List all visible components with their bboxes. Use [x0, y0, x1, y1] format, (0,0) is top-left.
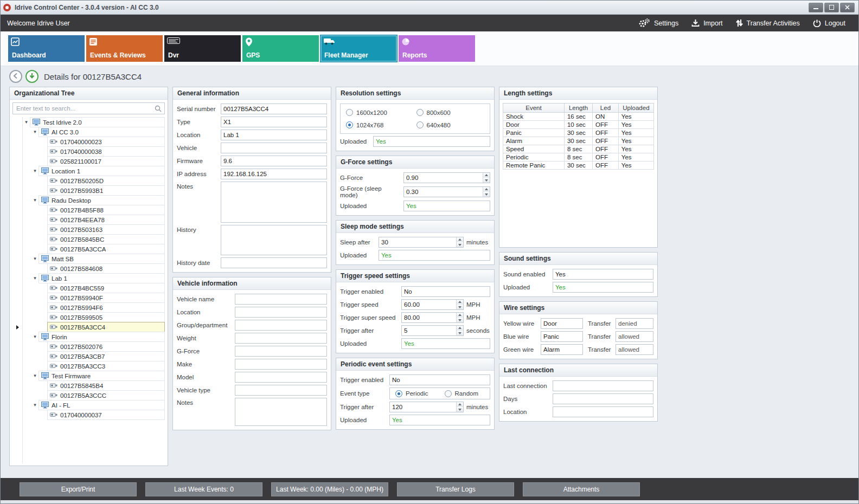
tree-node-box[interactable]: Test Firmware: [39, 371, 165, 381]
tree-node-box[interactable]: 00127B5994F6: [47, 302, 165, 313]
tree-node-box[interactable]: Location 1: [39, 166, 165, 176]
notes-textarea[interactable]: [235, 398, 327, 426]
spinner-up-icon[interactable]: [483, 173, 490, 178]
spinner-buttons[interactable]: [483, 187, 490, 197]
export-print-button[interactable]: Export/Print: [20, 482, 137, 496]
wire-event-field[interactable]: [541, 331, 583, 342]
text-field[interactable]: [401, 325, 464, 336]
wire-transfer-field[interactable]: [616, 344, 653, 355]
length-table-row[interactable]: Speed8 secOFFYes: [503, 145, 654, 153]
tree-node[interactable]: 00127B502076: [12, 341, 165, 352]
tree-node-box[interactable]: Florin: [39, 332, 165, 342]
tree-node[interactable]: ▾Lab 1: [12, 273, 165, 283]
wire-event-field[interactable]: [541, 344, 583, 355]
text-field[interactable]: [235, 307, 327, 318]
spinner-up-icon[interactable]: [457, 326, 463, 331]
spinner-down-icon[interactable]: [483, 192, 490, 197]
tree-node-box[interactable]: 017040000038: [47, 146, 165, 157]
tab-events-reviews[interactable]: Events & Reviews: [86, 35, 163, 62]
text-field[interactable]: [221, 117, 327, 127]
spinner-down-icon[interactable]: [457, 318, 463, 322]
tree-node[interactable]: ▾Test Firmware: [12, 371, 165, 381]
tree-node[interactable]: 00127B5845BC: [12, 234, 165, 244]
transfer-logs-button[interactable]: Transfer Logs: [397, 482, 514, 496]
tree-node-box[interactable]: 00127B584608: [47, 263, 165, 274]
event-type-option[interactable]: Periodic: [395, 390, 428, 397]
tree-node-box[interactable]: 00127B5845BC: [47, 234, 165, 244]
tree-node[interactable]: 00127B5A3CCA: [12, 244, 165, 254]
back-button[interactable]: [9, 70, 22, 83]
tree-node[interactable]: 00127B4B5F88: [12, 205, 165, 215]
text-field[interactable]: [235, 372, 327, 383]
text-field[interactable]: [553, 269, 653, 280]
spinner-down-icon[interactable]: [457, 242, 463, 247]
text-field[interactable]: [403, 186, 490, 197]
spinner-down-icon[interactable]: [483, 178, 490, 183]
event-type-option[interactable]: Random: [445, 390, 478, 397]
spinner-up-icon[interactable]: [457, 300, 463, 305]
text-field[interactable]: [221, 143, 327, 153]
text-field[interactable]: [235, 294, 327, 305]
tree-node-box[interactable]: 00127B4EEA78: [47, 215, 165, 225]
tree-node[interactable]: 00127B5A3CCC: [12, 390, 165, 400]
expand-toggle-icon[interactable]: ▾: [31, 332, 39, 342]
spinner-buttons[interactable]: [456, 402, 463, 412]
tree-node-box[interactable]: 00127B5A3CC4: [47, 322, 165, 332]
tree-node[interactable]: 00127B5845B4: [12, 380, 165, 391]
text-field[interactable]: [221, 104, 327, 114]
tree-node[interactable]: ▾Test Idrive 2.0: [12, 117, 165, 127]
text-field[interactable]: [235, 320, 327, 331]
tree-node-box[interactable]: 017040000037: [47, 410, 165, 420]
text-field[interactable]: [235, 346, 327, 357]
tab-dashboard[interactable]: Dashboard: [8, 35, 85, 62]
tree-node-box[interactable]: Lab 1: [39, 273, 165, 283]
text-field[interactable]: [221, 130, 327, 140]
tree-node[interactable]: 017040000023: [12, 137, 165, 147]
tab-gps[interactable]: GPS: [242, 35, 319, 62]
tree-node[interactable]: 00127B5A3CC4: [12, 322, 165, 332]
resolution-option[interactable]: 640x480: [416, 121, 485, 128]
down-arrow-button[interactable]: [25, 70, 39, 83]
tree-node[interactable]: 00127B5A3CB7: [12, 351, 165, 361]
minimize-button[interactable]: [809, 3, 823, 12]
settings-button[interactable]: Settings: [632, 16, 685, 30]
text-field[interactable]: [389, 374, 490, 385]
text-field[interactable]: [401, 299, 464, 310]
tree-node[interactable]: 00127B599505: [12, 312, 165, 322]
spinner-down-icon[interactable]: [457, 305, 463, 309]
tree-node-box[interactable]: 00127B4B5F88: [47, 205, 165, 215]
tree-node-box[interactable]: 00127B59940F: [47, 293, 165, 303]
spinner-up-icon[interactable]: [457, 402, 463, 407]
expand-toggle-icon[interactable]: ▾: [31, 400, 39, 410]
wire-event-field[interactable]: [541, 318, 583, 329]
text-field[interactable]: [379, 237, 464, 248]
text-field[interactable]: [401, 312, 464, 323]
length-table-row[interactable]: Shock16 secONYes: [503, 113, 654, 121]
spinner-up-icon[interactable]: [483, 187, 490, 192]
tree-node-box[interactable]: 00127B599505: [47, 312, 165, 322]
tree-node[interactable]: 00127B5994F6: [12, 302, 165, 313]
tree-node-box[interactable]: Matt SB: [39, 254, 165, 264]
spinner-up-icon[interactable]: [457, 313, 463, 318]
tree-node-box[interactable]: 00127B5A3CCA: [47, 244, 165, 254]
text-field[interactable]: [553, 393, 653, 404]
tree-node-box[interactable]: AI - FL: [39, 400, 165, 410]
tree-node-box[interactable]: 025821100017: [47, 156, 165, 166]
tree-node[interactable]: 00127B50205D: [12, 176, 165, 186]
notes-textarea[interactable]: [221, 182, 327, 223]
text-field[interactable]: [389, 402, 464, 412]
search-input[interactable]: [12, 102, 165, 114]
tree-node[interactable]: 00127B5A3CC3: [12, 361, 165, 371]
tree-node-box[interactable]: 00127B503163: [47, 224, 165, 235]
notes-textarea[interactable]: [221, 225, 327, 255]
length-table-row[interactable]: Door10 secOFFYes: [503, 121, 654, 129]
attachments-button[interactable]: Attachments: [523, 482, 640, 496]
close-button[interactable]: [840, 3, 855, 12]
last-week-summary-button[interactable]: Last Week: 0.00 (Miles) - 0.00 (MPH): [271, 482, 388, 496]
text-field[interactable]: [401, 286, 490, 297]
maximize-button[interactable]: [824, 3, 839, 12]
tree-node[interactable]: ▾Location 1: [12, 166, 165, 176]
tab-dvr[interactable]: Dvr: [164, 35, 241, 62]
length-table-row[interactable]: Panic30 secOFFYes: [503, 129, 654, 137]
expand-toggle-icon[interactable]: ▾: [31, 166, 39, 176]
